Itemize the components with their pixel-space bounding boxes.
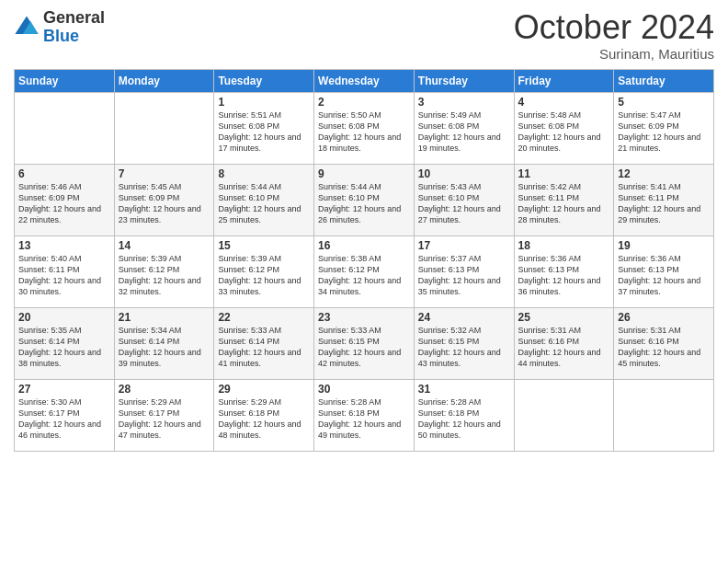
day-number: 24 [418,311,510,324]
cell-text: Sunrise: 5:33 AMSunset: 6:15 PMDaylight:… [318,325,410,370]
logo: General Blue [14,9,105,46]
day-number: 6 [18,167,110,180]
calendar-cell: 19Sunrise: 5:36 AMSunset: 6:13 PMDayligh… [614,236,714,307]
calendar-week-row: 20Sunrise: 5:35 AMSunset: 6:14 PMDayligh… [15,307,714,379]
cell-text: Sunrise: 5:43 AMSunset: 6:10 PMDaylight:… [418,181,510,226]
calendar-cell: 6Sunrise: 5:46 AMSunset: 6:09 PMDaylight… [15,164,115,236]
day-number: 18 [518,239,610,252]
day-number: 12 [618,167,710,180]
subtitle: Surinam, Mauritius [514,46,714,62]
cell-text: Sunrise: 5:32 AMSunset: 6:15 PMDaylight:… [418,325,510,370]
calendar-cell: 21Sunrise: 5:34 AMSunset: 6:14 PMDayligh… [114,307,214,379]
cell-text: Sunrise: 5:28 AMSunset: 6:18 PMDaylight:… [318,396,410,442]
cell-text: Sunrise: 5:41 AMSunset: 6:11 PMDaylight:… [618,181,710,226]
cell-text: Sunrise: 5:39 AMSunset: 6:12 PMDaylight:… [119,253,210,298]
cell-text: Sunrise: 5:44 AMSunset: 6:10 PMDaylight:… [218,181,310,226]
cell-text: Sunrise: 5:31 AMSunset: 6:16 PMDaylight:… [618,325,710,370]
header: General Blue October 2024 Surinam, Mauri… [14,9,714,62]
day-number: 25 [518,311,610,324]
cell-text: Sunrise: 5:42 AMSunset: 6:11 PMDaylight:… [518,181,610,226]
day-number: 21 [119,311,210,324]
cell-text: Sunrise: 5:49 AMSunset: 6:08 PMDaylight:… [418,109,510,155]
day-number: 22 [218,311,310,324]
day-number: 29 [218,383,310,396]
calendar-cell: 14Sunrise: 5:39 AMSunset: 6:12 PMDayligh… [114,236,214,307]
calendar-cell: 30Sunrise: 5:28 AMSunset: 6:18 PMDayligh… [314,379,415,451]
title-block: October 2024 Surinam, Mauritius [514,9,714,62]
calendar-cell: 15Sunrise: 5:39 AMSunset: 6:12 PMDayligh… [214,236,314,307]
calendar-cell: 3Sunrise: 5:49 AMSunset: 6:08 PMDaylight… [414,92,514,164]
calendar-cell: 31Sunrise: 5:28 AMSunset: 6:18 PMDayligh… [414,379,514,451]
day-number: 31 [418,383,510,396]
day-number: 14 [119,239,210,252]
calendar-cell: 9Sunrise: 5:44 AMSunset: 6:10 PMDaylight… [314,164,415,236]
day-number: 5 [618,96,710,109]
page: General Blue October 2024 Surinam, Mauri… [0,0,728,563]
calendar-cell [514,379,614,451]
logo-general: General [43,9,105,28]
cell-text: Sunrise: 5:35 AMSunset: 6:14 PMDaylight:… [18,325,110,370]
calendar-cell: 17Sunrise: 5:37 AMSunset: 6:13 PMDayligh… [414,236,514,307]
cell-text: Sunrise: 5:40 AMSunset: 6:11 PMDaylight:… [18,253,110,298]
calendar-cell: 5Sunrise: 5:47 AMSunset: 6:09 PMDaylight… [614,92,714,164]
day-number: 17 [418,239,510,252]
day-number: 7 [119,167,210,180]
calendar-cell: 27Sunrise: 5:30 AMSunset: 6:17 PMDayligh… [15,379,115,451]
calendar-cell: 10Sunrise: 5:43 AMSunset: 6:10 PMDayligh… [414,164,514,236]
calendar-cell: 1Sunrise: 5:51 AMSunset: 6:08 PMDaylight… [214,92,314,164]
cell-text: Sunrise: 5:38 AMSunset: 6:12 PMDaylight:… [318,253,410,298]
calendar-cell: 18Sunrise: 5:36 AMSunset: 6:13 PMDayligh… [514,236,614,307]
calendar-day-header: Friday [514,69,614,92]
day-number: 28 [119,383,210,396]
calendar-cell: 23Sunrise: 5:33 AMSunset: 6:15 PMDayligh… [314,307,415,379]
calendar-cell: 29Sunrise: 5:29 AMSunset: 6:18 PMDayligh… [214,379,314,451]
day-number: 3 [418,96,510,109]
month-title: October 2024 [514,9,714,46]
day-number: 13 [18,239,110,252]
cell-text: Sunrise: 5:31 AMSunset: 6:16 PMDaylight:… [518,325,610,370]
cell-text: Sunrise: 5:37 AMSunset: 6:13 PMDaylight:… [418,253,510,298]
cell-text: Sunrise: 5:36 AMSunset: 6:13 PMDaylight:… [518,253,610,298]
cell-text: Sunrise: 5:30 AMSunset: 6:17 PMDaylight:… [18,396,110,442]
calendar-week-row: 27Sunrise: 5:30 AMSunset: 6:17 PMDayligh… [15,379,714,451]
calendar-cell: 16Sunrise: 5:38 AMSunset: 6:12 PMDayligh… [314,236,415,307]
calendar-cell: 20Sunrise: 5:35 AMSunset: 6:14 PMDayligh… [15,307,115,379]
cell-text: Sunrise: 5:44 AMSunset: 6:10 PMDaylight:… [318,181,410,226]
calendar-week-row: 6Sunrise: 5:46 AMSunset: 6:09 PMDaylight… [15,164,714,236]
cell-text: Sunrise: 5:45 AMSunset: 6:09 PMDaylight:… [119,181,210,226]
calendar-table: SundayMondayTuesdayWednesdayThursdayFrid… [14,69,714,452]
calendar-cell: 13Sunrise: 5:40 AMSunset: 6:11 PMDayligh… [15,236,115,307]
cell-text: Sunrise: 5:50 AMSunset: 6:08 PMDaylight:… [318,109,410,155]
calendar-header-row: SundayMondayTuesdayWednesdayThursdayFrid… [15,69,714,92]
calendar-cell: 8Sunrise: 5:44 AMSunset: 6:10 PMDaylight… [214,164,314,236]
calendar-cell: 28Sunrise: 5:29 AMSunset: 6:17 PMDayligh… [114,379,214,451]
cell-text: Sunrise: 5:46 AMSunset: 6:09 PMDaylight:… [18,181,110,226]
calendar-cell: 11Sunrise: 5:42 AMSunset: 6:11 PMDayligh… [514,164,614,236]
calendar-cell: 25Sunrise: 5:31 AMSunset: 6:16 PMDayligh… [514,307,614,379]
day-number: 2 [318,96,410,109]
calendar-week-row: 13Sunrise: 5:40 AMSunset: 6:11 PMDayligh… [15,236,714,307]
day-number: 4 [518,96,610,109]
calendar-day-header: Thursday [414,69,514,92]
day-number: 11 [518,167,610,180]
day-number: 30 [318,383,410,396]
day-number: 8 [218,167,310,180]
cell-text: Sunrise: 5:48 AMSunset: 6:08 PMDaylight:… [518,109,610,155]
cell-text: Sunrise: 5:47 AMSunset: 6:09 PMDaylight:… [618,109,710,155]
day-number: 23 [318,311,410,324]
cell-text: Sunrise: 5:34 AMSunset: 6:14 PMDaylight:… [119,325,210,370]
cell-text: Sunrise: 5:33 AMSunset: 6:14 PMDaylight:… [218,325,310,370]
logo-text: General Blue [43,9,105,46]
calendar-cell [114,92,214,164]
calendar-cell [614,379,714,451]
calendar-day-header: Sunday [15,69,115,92]
day-number: 20 [18,311,110,324]
calendar-cell: 4Sunrise: 5:48 AMSunset: 6:08 PMDaylight… [514,92,614,164]
day-number: 15 [218,239,310,252]
day-number: 26 [618,311,710,324]
calendar-day-header: Monday [114,69,214,92]
day-number: 10 [418,167,510,180]
calendar-cell: 24Sunrise: 5:32 AMSunset: 6:15 PMDayligh… [414,307,514,379]
calendar-cell: 7Sunrise: 5:45 AMSunset: 6:09 PMDaylight… [114,164,214,236]
calendar-cell: 22Sunrise: 5:33 AMSunset: 6:14 PMDayligh… [214,307,314,379]
